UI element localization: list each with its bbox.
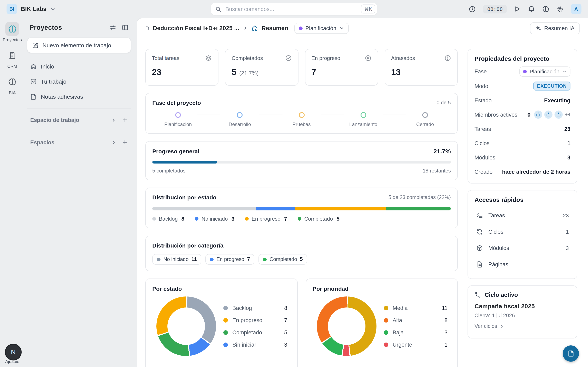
chevron-down-icon	[562, 69, 567, 74]
phase-dropdown[interactable]: Planificación	[294, 23, 349, 34]
category-pill[interactable]: Completado5	[259, 254, 307, 265]
sidebar-section-workspace[interactable]: Espacio de trabajo	[27, 114, 131, 125]
rail-label-bia: BIA	[9, 90, 16, 95]
category-pill[interactable]: No iniciado11	[152, 254, 201, 265]
quick-access-ciclos[interactable]: Ciclos 1	[475, 224, 571, 240]
breadcrumb-page[interactable]: Resumen	[261, 25, 288, 31]
by-priority-donut	[317, 296, 376, 356]
quick-access-paginas[interactable]: Páginas	[475, 256, 571, 272]
robot-avatar-icon	[545, 110, 553, 119]
branch-icon	[475, 292, 481, 298]
edit-icon	[32, 42, 39, 49]
robot-avatar-icon	[555, 110, 563, 119]
by-priority-legend: Media11 Alta8 Baja3 Urgente1	[384, 305, 451, 348]
sidebar: Proyectos Nuevo elemento de trabajo	[25, 18, 137, 367]
document-icon	[567, 350, 575, 357]
toggle-panel-icon[interactable]	[122, 24, 129, 31]
rail-item-crm[interactable]: CRM	[5, 49, 19, 68]
by-status-chart-card: Por estado Backlog8 En progreso7 Complet…	[145, 278, 297, 367]
quick-access-modulos[interactable]: Módulos 3	[475, 240, 571, 256]
module-box-icon	[476, 244, 483, 251]
view-cycles-link[interactable]: Ver ciclos	[475, 323, 571, 329]
page-icon	[476, 261, 483, 268]
quick-access-card: Accesos rápidos Tareas 23	[467, 190, 577, 279]
rail-item-bia[interactable]: BIA	[5, 75, 19, 95]
sidebar-section-espacios[interactable]: Espacios	[27, 137, 131, 148]
main-panel: D Deducción Fiscal I+D+i 2025 ... Resume…	[137, 18, 588, 367]
overall-progress-card: Progreso general 21.7% 5 completados 18 …	[145, 141, 458, 180]
status-distribution-card: Distribucion por estado 5 de 23 completa…	[145, 188, 458, 228]
command-search[interactable]: ⌘K	[211, 3, 377, 15]
clock-icon[interactable]	[469, 6, 476, 12]
breadcrumb-project[interactable]: Deducción Fiscal I+D+i 2025 ...	[153, 25, 239, 31]
cycle-icon	[476, 228, 483, 235]
status-legend: Backlog8 No iniciado3 En progreso7 Compl…	[152, 216, 451, 222]
phase-step[interactable]: Cerrado	[411, 112, 439, 127]
new-work-item-button[interactable]: Nuevo elemento de trabajo	[27, 38, 131, 53]
timer-display: 00:00	[483, 5, 507, 13]
search-input[interactable]	[225, 6, 361, 12]
new-work-item-label: Nuevo elemento de trabajo	[43, 42, 111, 49]
category-pills: No iniciado11 En progreso7 Completado5	[152, 254, 451, 265]
chevron-right-icon[interactable]	[111, 140, 116, 145]
fase-dropdown[interactable]: Planificación	[519, 67, 571, 77]
crm-building-icon	[5, 49, 19, 62]
quick-access-tareas[interactable]: Tareas 23	[475, 207, 571, 224]
note-icon	[30, 93, 37, 100]
home-icon	[251, 25, 258, 31]
user-avatar[interactable]: A	[571, 4, 581, 14]
new-page-fab[interactable]	[563, 345, 579, 362]
chevron-right-icon[interactable]	[111, 117, 116, 123]
rail-settings[interactable]: Ajustes N	[0, 348, 25, 364]
phase-counter: 0 de 5	[437, 100, 451, 106]
project-initial: D	[145, 25, 149, 31]
topbar: BI BIK Labs ⌘K 00:00	[0, 0, 588, 18]
search-icon	[215, 6, 221, 12]
gear-icon[interactable]	[557, 6, 563, 12]
plus-icon[interactable]	[122, 140, 128, 145]
status-stacked-bar	[152, 207, 451, 210]
stat-completados: Completados 5(21.7%)	[225, 49, 298, 86]
play-icon[interactable]	[514, 6, 521, 12]
workspace-logo: BI	[7, 4, 17, 14]
overview-content: Total tareas 23 Completados	[137, 38, 588, 367]
workspace-switcher[interactable]: BI BIK Labs	[7, 4, 56, 14]
sidebar-title: Proyectos	[29, 24, 104, 31]
sidebar-nav: Inicio Tu trabajo Notas adhesivas	[27, 59, 131, 103]
app-root: BI BIK Labs ⌘K 00:00	[0, 0, 588, 367]
charts-row: Por estado Backlog8 En progreso7 Complet…	[145, 278, 458, 367]
user-bubble[interactable]: N	[5, 344, 22, 360]
progress-percent: 21.7%	[433, 148, 451, 155]
phase-step[interactable]: Lanzamiento	[349, 112, 378, 127]
by-priority-chart-card: Por prioridad Media11 Alta8 Baja3 Urgent…	[306, 278, 458, 367]
play-circle-icon	[365, 55, 372, 62]
bell-icon[interactable]	[528, 6, 535, 12]
by-status-legend: Backlog8 En progreso7 Completado5 Sin in…	[223, 305, 291, 348]
phase-step[interactable]: Pruebas	[287, 112, 316, 127]
active-cycle-card: Ciclo activo Campaña fiscal 2025 Cierra:…	[467, 285, 577, 338]
sidebar-item-inicio[interactable]: Inicio	[27, 59, 131, 73]
rail-item-proyectos[interactable]: Proyectos	[3, 22, 22, 42]
sidebar-header: Proyectos	[27, 23, 131, 32]
chevron-down-icon	[50, 6, 56, 12]
cycle-name: Campaña fiscal 2025	[475, 303, 571, 309]
category-distribution-card: Distribución por categoría No iniciado11…	[145, 236, 458, 271]
right-panel: Propiedades del proyecto Fase Planificac…	[467, 49, 577, 367]
rail-label-proyectos: Proyectos	[3, 37, 22, 42]
stat-total-tareas: Total tareas 23	[145, 49, 219, 86]
plus-icon[interactable]	[122, 117, 128, 123]
ai-summary-button[interactable]: Resumen IA	[530, 22, 580, 34]
filters-icon[interactable]	[109, 24, 116, 31]
category-pill[interactable]: En progreso7	[205, 254, 254, 265]
app-rail: Proyectos CRM BIA Ajustes N	[0, 18, 25, 367]
project-properties-card: Propiedades del proyecto Fase Planificac…	[467, 49, 577, 184]
divider	[27, 108, 131, 109]
sidebar-item-notas-adhesivas[interactable]: Notas adhesivas	[27, 90, 131, 103]
sidebar-item-tu-trabajo[interactable]: Tu trabajo	[27, 75, 131, 88]
by-status-donut	[156, 296, 216, 356]
brain-icon[interactable]	[542, 6, 549, 12]
phase-step[interactable]: Planificación	[164, 112, 192, 127]
rail-label-crm: CRM	[7, 64, 17, 68]
overview-column: Total tareas 23 Completados	[145, 49, 458, 367]
phase-step[interactable]: Desarrollo	[226, 112, 254, 127]
